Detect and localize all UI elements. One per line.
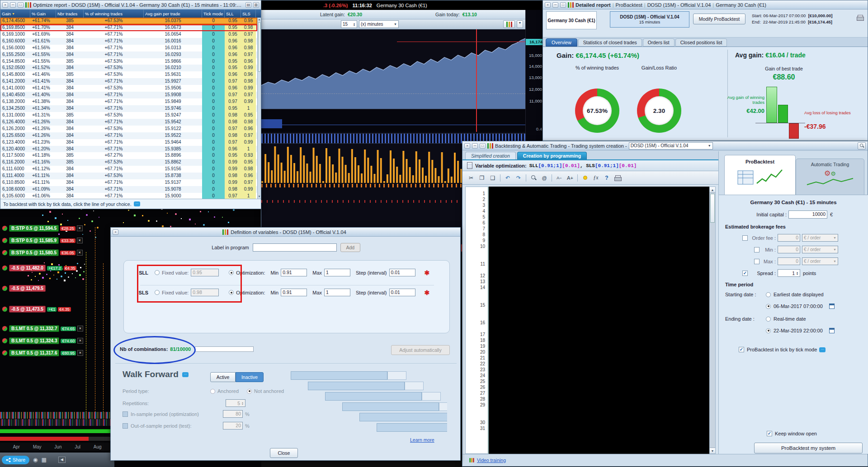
- order-row[interactable]: B:STP 0.5 @ 11,580.5 €36.05 ×: [2, 249, 83, 257]
- out-sample-input[interactable]: 20: [223, 422, 243, 430]
- walk-forward-active-button[interactable]: Active: [210, 372, 236, 382]
- cut-icon[interactable]: ✂: [466, 173, 476, 183]
- table-row[interactable]: 6,120.4000 +61.20% 384 +67.71% 15.9385 0…: [0, 146, 257, 153]
- in-sample-input[interactable]: 80: [223, 410, 243, 418]
- table-row[interactable]: 6,111.6000 +61.12% 384 +67.71% 15.9156 0…: [0, 166, 257, 173]
- table-row[interactable]: 6,125.6500 +61.26% 384 +67.71% 15.9522 0…: [0, 132, 257, 139]
- export-icon[interactable]: ▤: [245, 2, 251, 8]
- close-icon[interactable]: ×: [545, 2, 551, 8]
- backtesting-titlebar[interactable]: × ─ □ Backtesting & Automatic Trading - …: [462, 141, 868, 150]
- maximize-icon[interactable]: □: [560, 2, 566, 8]
- hint-icon[interactable]: [580, 173, 590, 183]
- order-row[interactable]: B:STP 0.5 @ 11,585.9 €33.35 ×: [2, 237, 83, 244]
- instrument-tab[interactable]: Germany 30 Cash (€1): [546, 11, 597, 29]
- grid-view-icon[interactable]: ▦: [42, 457, 47, 463]
- at-icon[interactable]: @: [539, 173, 549, 183]
- settings-icon[interactable]: ▥: [253, 2, 259, 8]
- order-label[interactable]: B:LMT 0.5 @ 11,324.3: [9, 337, 59, 344]
- scroll-thumb[interactable]: [258, 22, 260, 72]
- keep-open-checkbox[interactable]: [767, 431, 772, 436]
- table-header[interactable]: Gain▼ % Gain Nbr trades % of winning tra…: [0, 9, 261, 18]
- find-icon[interactable]: [528, 173, 538, 183]
- calendar-icon[interactable]: [829, 304, 835, 309]
- max-fee-input[interactable]: 0: [778, 257, 800, 265]
- cancel-order-icon[interactable]: ×: [77, 338, 83, 344]
- table-row[interactable]: 6,141.2000 +61.41% 384 +67.71% 15.9927 0…: [0, 78, 257, 85]
- optimization-radio[interactable]: [229, 270, 234, 275]
- tab-orders-list[interactable]: Orders list: [643, 38, 675, 47]
- scroll-down-icon[interactable]: ▼: [710, 448, 715, 453]
- order-row[interactable]: -0.5 @ 11,482.0 +€17.2 €4.35 ×: [2, 264, 83, 272]
- redo-icon[interactable]: ↷: [514, 173, 524, 183]
- table-row[interactable]: 6,152.0500 +61.52% 384 +67.53% 16.0210 0…: [0, 65, 257, 71]
- out-sample-checkbox[interactable]: [123, 423, 128, 429]
- share-button[interactable]: Share: [2, 456, 29, 464]
- maximize-icon[interactable]: □: [18, 2, 24, 8]
- max-input[interactable]: 1: [324, 269, 350, 276]
- order-fee-input[interactable]: 0: [778, 234, 800, 242]
- code-editor[interactable]: 1234567891011121314151617181920212223242…: [465, 187, 716, 454]
- print-icon[interactable]: [613, 173, 623, 183]
- font-larger-icon[interactable]: A+: [565, 173, 575, 183]
- system-box[interactable]: DOSD (15M) - Official V.1.04 15 minutes: [610, 11, 689, 28]
- close-button[interactable]: Close: [270, 448, 298, 458]
- order-label[interactable]: B:STP 0.5 @ 11,580.5: [9, 249, 59, 256]
- initial-capital-input[interactable]: 10000: [788, 210, 827, 219]
- calendar-icon[interactable]: [829, 328, 835, 333]
- table-row[interactable]: 6,116.2000 +61.16% 385 +67.53% 15.8862 0…: [0, 159, 257, 166]
- start-date-radio[interactable]: [766, 304, 771, 309]
- table-row[interactable]: 6,154.8500 +61.55% 385 +67.53% 15.9866 0…: [0, 58, 257, 65]
- probacktest-my-system-button[interactable]: ProBacktest my system: [754, 443, 863, 453]
- table-row[interactable]: 6,169.1000 +61.69% 384 +67.71% 16.0654 0…: [0, 31, 257, 38]
- table-row[interactable]: 6,111.4000 +61.11% 384 +67.53% 15.8738 0…: [0, 173, 257, 179]
- optimize-titlebar[interactable]: × ─ □ Optimize report - DOSD (15M) - Off…: [0, 0, 261, 9]
- function-icon[interactable]: ƒx: [591, 173, 601, 183]
- maximize-icon[interactable]: □: [480, 143, 486, 149]
- optimization-radio[interactable]: [229, 290, 234, 295]
- font-smaller-icon[interactable]: A−: [554, 173, 564, 183]
- add-button[interactable]: Add: [340, 243, 360, 252]
- min-fee-input[interactable]: 0: [778, 246, 800, 253]
- table-row[interactable]: 6,108.6000 +61.09% 384 +67.71% 15.9078 0…: [0, 186, 257, 193]
- scroll-up-icon[interactable]: ▲: [710, 187, 715, 193]
- min-fee-unit-select[interactable]: € / order▼: [802, 246, 838, 253]
- table-row[interactable]: 6,131.0000 +61.31% 385 +67.53% 15.9247 0…: [0, 112, 257, 119]
- column-header[interactable]: SLS: [241, 9, 256, 18]
- table-row[interactable]: 6,105.6000 +61.06% 384 +67.71% 15.9000 0…: [0, 193, 257, 199]
- dialog-titlebar[interactable]: × Definition of variables - DOSD (15M) -…: [111, 228, 460, 237]
- column-header[interactable]: % Gain: [30, 9, 56, 18]
- cancel-order-icon[interactable]: ×: [77, 225, 83, 231]
- table-row[interactable]: 6,140.4500 +61.40% 384 +67.71% 15.9908 0…: [0, 92, 257, 98]
- end-date-radio[interactable]: [766, 328, 771, 333]
- order-label[interactable]: B:LMT 0.5 @ 11,332.7: [9, 325, 59, 332]
- step-input[interactable]: 0.01: [389, 269, 415, 276]
- max-fee-checkbox[interactable]: [754, 259, 760, 264]
- cancel-order-icon[interactable]: ×: [77, 250, 83, 256]
- table-row[interactable]: 6,155.2500 +61.55% 384 +67.71% 16.0293 0…: [0, 51, 257, 58]
- timeframe-stepper[interactable]: 15 ▲▼: [341, 20, 357, 28]
- table-row[interactable]: 6,160.6000 +61.61% 384 +67.71% 16.0016 0…: [0, 38, 257, 45]
- table-row[interactable]: 6,126.2000 +61.26% 384 +67.53% 15.9122 0…: [0, 126, 257, 132]
- table-row[interactable]: 6,126.4000 +61.26% 384 +67.71% 15.9542 0…: [0, 119, 257, 126]
- close-icon[interactable]: ×: [113, 229, 118, 235]
- report-titlebar[interactable]: × ─ □ Detailed report | ProBacktest | DO…: [543, 0, 868, 9]
- table-row[interactable]: 6,134.2500 +61.34% 384 +67.71% 15.9746 0…: [0, 105, 257, 112]
- realtime-date-radio[interactable]: [766, 317, 771, 322]
- order-fee-checkbox[interactable]: [742, 235, 748, 241]
- column-header[interactable]: Gain▼: [0, 9, 30, 18]
- column-header[interactable]: Nbr trades: [56, 9, 84, 18]
- order-label[interactable]: -0.5 @ 11,473.5: [9, 306, 46, 313]
- column-header[interactable]: % of winning trades: [84, 9, 144, 18]
- order-row[interactable]: -0.5 @ 11,479.5 ×: [2, 285, 83, 292]
- label-in-program-input[interactable]: [253, 243, 337, 252]
- help-bubble-icon[interactable]: ⋯: [819, 347, 826, 352]
- min-input[interactable]: 0.91: [281, 289, 307, 296]
- chart-style-button[interactable]: [503, 20, 515, 28]
- tab-statistics[interactable]: Statistics of closed trades: [578, 38, 642, 47]
- in-sample-checkbox[interactable]: [123, 411, 128, 417]
- table-row[interactable]: 6,117.5000 +61.18% 385 +67.27% 15.8896 0…: [0, 152, 257, 159]
- tab-simplified-creation[interactable]: Simplified creation: [465, 152, 516, 159]
- code-area[interactable]: [489, 187, 709, 454]
- max-input[interactable]: 1: [324, 289, 350, 296]
- cancel-order-icon[interactable]: ×: [77, 238, 83, 243]
